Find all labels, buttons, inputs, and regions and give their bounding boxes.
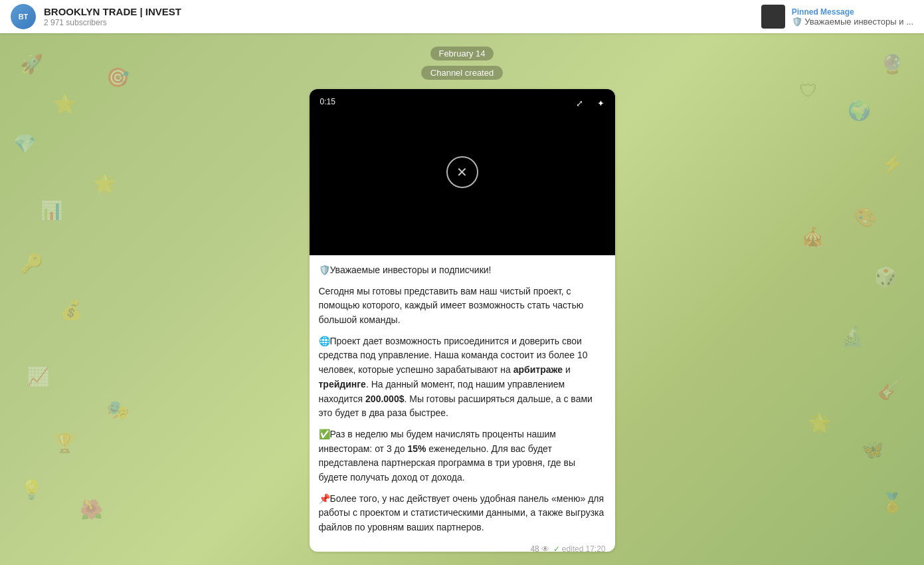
message-body: 🛡️Уважаемые инвесторы и подписчики! Сего… xyxy=(310,255,615,542)
enhance-icon: ✦ xyxy=(597,98,604,108)
subscriber-count: 2 971 subscribers xyxy=(44,18,181,27)
video-controls-top: ⤢ ✦ xyxy=(571,94,610,112)
date-badge: February 14 xyxy=(430,47,493,60)
message-line-2: Сегодня мы готовы представить вам наш чи… xyxy=(319,284,606,328)
expand-icon: ⤢ xyxy=(576,98,583,108)
header-left: BT BROOKLYN TRADE | INVEST 2 971 subscri… xyxy=(11,4,181,29)
pinned-message-area[interactable]: Pinned Message 🛡️ Уважаемые инвесторы и … xyxy=(761,5,913,29)
close-icon: ✕ xyxy=(456,164,468,180)
message-card: 0:15 ⤢ ✦ ✕ 🛡️Уважаемые инвесторы и подпи… xyxy=(310,89,615,552)
channel-created-badge: Channel created xyxy=(421,66,503,80)
expand-button[interactable]: ⤢ xyxy=(571,94,589,112)
message-line-3: 🌐Проект дает возможность присоединится и… xyxy=(319,334,606,421)
pinned-preview: 🛡️ Уважаемые инвесторы и ... xyxy=(792,17,913,27)
play-button[interactable]: ✕ xyxy=(446,156,478,188)
channel-info: BROOKLYN TRADE | INVEST 2 971 subscriber… xyxy=(44,6,181,27)
message-footer: 48 👁 ✓ edited 17:20 xyxy=(310,542,615,552)
pinned-label: Pinned Message xyxy=(792,7,913,17)
edited-text: edited xyxy=(562,544,584,552)
message-line-5: 📌Более того, у нас действует очень удобн… xyxy=(319,492,606,535)
chat-area: February 14 Channel created 0:15 ⤢ ✦ ✕ 🛡… xyxy=(0,33,924,565)
message-line-4: ✅Раз в неделю мы будем начислять процент… xyxy=(319,427,606,485)
video-timer: 0:15 xyxy=(316,96,339,108)
eye-icon: 👁 xyxy=(541,544,549,552)
avatar-initials: BT xyxy=(19,13,29,21)
message-line-1: 🛡️Уважаемые инвесторы и подписчики! xyxy=(319,263,606,278)
channel-avatar[interactable]: BT xyxy=(11,4,36,29)
view-count-number: 48 xyxy=(530,544,539,552)
channel-name: BROOKLYN TRADE | INVEST xyxy=(44,6,181,18)
header: BT BROOKLYN TRADE | INVEST 2 971 subscri… xyxy=(0,0,924,33)
message-time: 17:20 xyxy=(585,544,605,552)
enhance-button[interactable]: ✦ xyxy=(593,94,610,112)
pinned-thumbnail xyxy=(761,5,785,29)
pinned-text: Pinned Message 🛡️ Уважаемые инвесторы и … xyxy=(792,7,913,27)
edited-label: ✓ edited 17:20 xyxy=(553,544,606,552)
checkmark-icon: ✓ xyxy=(553,544,560,552)
view-count: 48 👁 xyxy=(530,544,549,552)
video-container[interactable]: 0:15 ⤢ ✦ ✕ xyxy=(310,89,615,255)
